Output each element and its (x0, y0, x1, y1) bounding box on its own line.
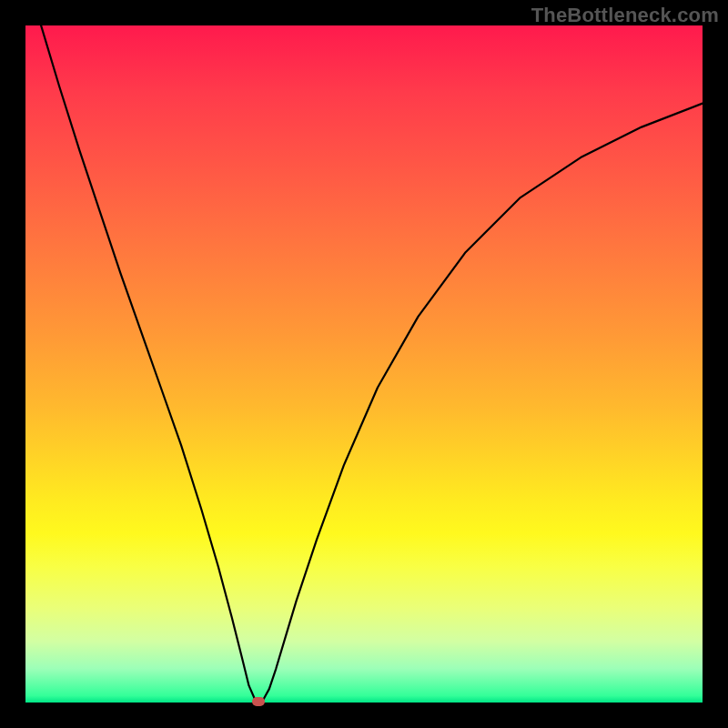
attribution-label: TheBottleneck.com (531, 4, 719, 27)
chart-frame: TheBottleneck.com (0, 0, 728, 728)
bottleneck-curve (25, 25, 703, 703)
plot-area (25, 25, 703, 703)
optimum-marker (252, 697, 265, 706)
